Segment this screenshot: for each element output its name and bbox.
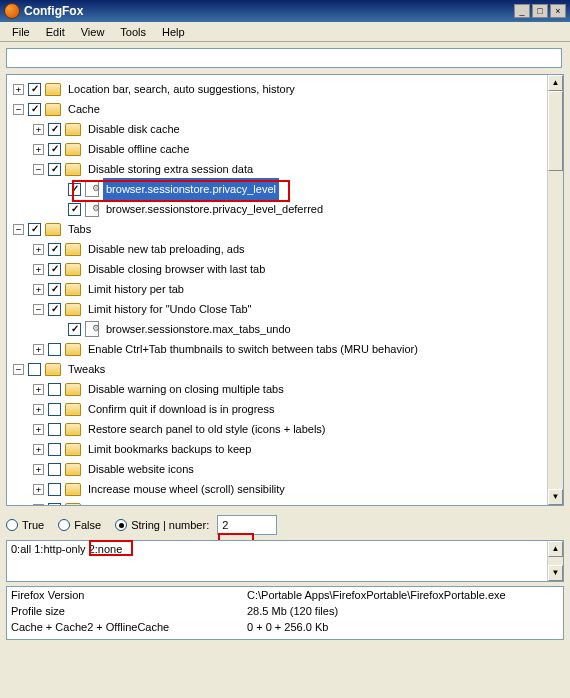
tree-item[interactable]: browser.sessionstore.max_tabs_undo <box>103 318 294 340</box>
radio-false[interactable] <box>58 519 70 531</box>
tree-item[interactable]: Tabs <box>65 218 94 240</box>
expand-icon[interactable]: + <box>33 404 44 415</box>
checkbox[interactable]: ✓ <box>48 163 61 176</box>
tree-item[interactable]: Cache <box>65 98 103 120</box>
checkbox[interactable] <box>48 463 61 476</box>
radio-true[interactable] <box>6 519 18 531</box>
checkbox[interactable] <box>48 343 61 356</box>
scroll-up-button[interactable]: ▲ <box>548 541 563 557</box>
checkbox[interactable] <box>48 483 61 496</box>
maximize-button[interactable]: □ <box>532 4 548 18</box>
tree-item[interactable]: Disable storing extra session data <box>85 158 256 180</box>
expand-icon[interactable]: + <box>33 244 44 255</box>
collapse-icon[interactable]: − <box>13 104 24 115</box>
expand-icon[interactable]: + <box>33 484 44 495</box>
expand-icon[interactable]: + <box>33 264 44 275</box>
tree-panel: +✓Location bar, search, auto suggestions… <box>6 74 564 506</box>
spacer <box>53 324 64 335</box>
collapse-icon[interactable]: − <box>13 364 24 375</box>
tree-item[interactable]: Disable website icons <box>85 458 197 480</box>
expand-icon[interactable]: + <box>33 464 44 475</box>
menu-tools[interactable]: Tools <box>112 24 154 40</box>
checkbox[interactable] <box>48 503 61 507</box>
expand-icon[interactable]: + <box>13 84 24 95</box>
tree-item[interactable]: Limit history per tab <box>85 278 187 300</box>
menu-edit[interactable]: Edit <box>38 24 73 40</box>
checkbox[interactable]: ✓ <box>68 183 81 196</box>
tree-item[interactable]: Increase mouse wheel (scroll) sensibilit… <box>85 478 288 500</box>
scroll-up-button[interactable]: ▲ <box>548 75 563 91</box>
checkbox[interactable] <box>28 363 41 376</box>
minimize-button[interactable]: _ <box>514 4 530 18</box>
checkbox[interactable]: ✓ <box>48 143 61 156</box>
folder-icon <box>65 163 81 176</box>
menu-file[interactable]: File <box>4 24 38 40</box>
checkbox[interactable]: ✓ <box>68 203 81 216</box>
folder-icon <box>65 503 81 507</box>
scrollbar-vertical[interactable]: ▲ ▼ <box>547 75 563 505</box>
tree-item-selected[interactable]: browser.sessionstore.privacy_level <box>103 178 279 200</box>
tree-item[interactable]: Disable new tab preloading, ads <box>85 238 248 260</box>
spacer <box>53 204 64 215</box>
title-bar: ConfigFox _ □ × <box>0 0 570 22</box>
folder-icon <box>65 443 81 456</box>
checkbox[interactable]: ✓ <box>48 243 61 256</box>
collapse-icon[interactable]: − <box>13 224 24 235</box>
tree-item[interactable]: Limit history for "Undo Close Tab" <box>85 298 255 320</box>
checkbox[interactable]: ✓ <box>68 323 81 336</box>
expand-icon[interactable]: + <box>33 284 44 295</box>
tree-item[interactable]: Use a custom UserAgent String <box>85 498 245 506</box>
info-key: Cache + Cache2 + OfflineCache <box>7 621 243 637</box>
tree-item[interactable]: Confirm quit if download is in progress <box>85 398 277 420</box>
tree-item[interactable]: Location bar, search, auto suggestions, … <box>65 78 298 100</box>
checkbox[interactable] <box>48 443 61 456</box>
expand-icon[interactable]: + <box>33 124 44 135</box>
close-button[interactable]: × <box>550 4 566 18</box>
tree-item[interactable]: Disable warning on closing multiple tabs <box>85 378 287 400</box>
folder-icon <box>65 303 81 316</box>
scrollbar-vertical[interactable]: ▲ ▼ <box>547 541 563 581</box>
tree-item[interactable]: Tweaks <box>65 358 108 380</box>
checkbox[interactable] <box>48 403 61 416</box>
folder-icon <box>45 83 61 96</box>
tree-item[interactable]: Disable closing browser with last tab <box>85 258 268 280</box>
collapse-icon[interactable]: − <box>33 304 44 315</box>
info-row: Profile size28.5 Mb (120 files) <box>7 605 563 621</box>
checkbox[interactable]: ✓ <box>48 123 61 136</box>
checkbox[interactable]: ✓ <box>28 223 41 236</box>
folder-icon <box>65 463 81 476</box>
checkbox[interactable]: ✓ <box>28 83 41 96</box>
folder-icon <box>45 103 61 116</box>
checkbox[interactable] <box>48 383 61 396</box>
info-panel: Firefox VersionC:\Portable Apps\FirefoxP… <box>6 586 564 640</box>
scroll-thumb[interactable] <box>548 91 563 171</box>
menu-help[interactable]: Help <box>154 24 193 40</box>
expand-icon[interactable]: + <box>33 444 44 455</box>
scroll-down-button[interactable]: ▼ <box>548 489 563 505</box>
tree-item[interactable]: Disable offline cache <box>85 138 192 160</box>
expand-icon[interactable]: + <box>33 424 44 435</box>
folder-icon <box>65 243 81 256</box>
menu-view[interactable]: View <box>73 24 113 40</box>
filter-input[interactable] <box>6 48 562 68</box>
checkbox[interactable]: ✓ <box>48 263 61 276</box>
expand-icon[interactable]: + <box>33 144 44 155</box>
expand-icon[interactable]: + <box>33 384 44 395</box>
value-input[interactable] <box>217 515 277 535</box>
tree-item[interactable]: browser.sessionstore.privacy_level_defer… <box>103 198 326 220</box>
expand-icon[interactable]: + <box>33 344 44 355</box>
tree-item[interactable]: Disable disk cache <box>85 118 183 140</box>
tree-item[interactable]: Enable Ctrl+Tab thumbnails to switch bet… <box>85 338 421 360</box>
checkbox[interactable]: ✓ <box>48 303 61 316</box>
radio-strnum[interactable] <box>115 519 127 531</box>
tree-item[interactable]: Restore search panel to old style (icons… <box>85 418 329 440</box>
expand-icon[interactable]: + <box>33 504 44 507</box>
collapse-icon[interactable]: − <box>33 164 44 175</box>
checkbox[interactable] <box>48 423 61 436</box>
menu-bar: File Edit View Tools Help <box>0 22 570 42</box>
scroll-down-button[interactable]: ▼ <box>548 565 563 581</box>
tree-item[interactable]: Limit bookmarks backups to keep <box>85 438 254 460</box>
checkbox[interactable]: ✓ <box>48 283 61 296</box>
checkbox[interactable]: ✓ <box>28 103 41 116</box>
radio-false-label: False <box>74 519 101 531</box>
